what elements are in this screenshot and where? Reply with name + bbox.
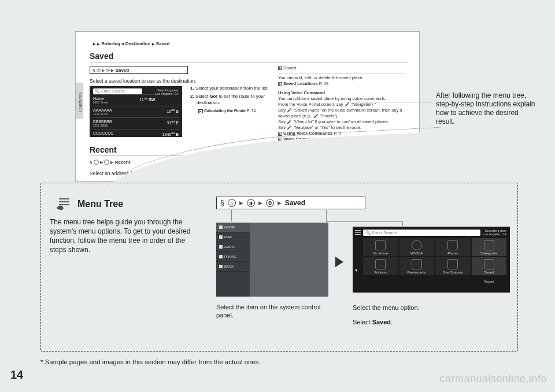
ring-icon: ◎	[106, 68, 110, 73]
chevron-icon: ▶	[110, 160, 113, 164]
step-list: 1. Select your destination from the list…	[190, 85, 276, 116]
pointer-line	[231, 210, 232, 221]
breadcrumb-part: Saved	[156, 41, 170, 46]
list-item: BBBBBBB2222 BBBB 31mi E	[93, 117, 179, 129]
panel-item-phone: PHONE	[216, 252, 250, 262]
panel-item-back: BACK	[216, 262, 250, 272]
menu-tree-title: Menu Tree	[56, 197, 123, 212]
panel-item-audio: AUDIO	[216, 242, 250, 252]
divider	[90, 62, 408, 62]
callout-text: After following the menu tree, step-by-s…	[436, 91, 538, 126]
watermark: carmanualsonline.info	[439, 373, 547, 385]
nav-cell-categories: Categories	[472, 238, 507, 256]
chevron-icon: ▶	[239, 200, 243, 206]
menu-tree-bar-recent: § ▶ ▶ Recent	[90, 160, 130, 165]
chevron-icon: ▶	[97, 42, 100, 46]
menu-tree-bar: § ◎ ▶ ◎ ▶ Saved	[90, 66, 188, 74]
recent-instruction: Select an address from a list of your 50…	[90, 171, 231, 176]
chevron-icon: ▶	[100, 160, 103, 164]
note-icon	[278, 66, 282, 70]
food-icon	[412, 259, 422, 269]
list-item: CCCCCCC 1346mi E	[93, 129, 179, 138]
search-field: 🔍 Enter Search	[363, 230, 480, 236]
arrow-right-icon	[335, 257, 343, 267]
list-item: Home0000 Street 11mi SW	[93, 94, 155, 106]
menu-tree-final: Saved	[285, 199, 305, 207]
callout-leader-line	[346, 102, 432, 102]
mic-icon: 🎤	[345, 102, 350, 106]
link-icon	[278, 82, 282, 86]
panel-item-map: MAP	[216, 232, 250, 242]
panel-item-home: HOME	[216, 223, 250, 232]
nav-cell-recent-hint: Recent	[472, 280, 507, 283]
search-icon: ⦿	[266, 199, 274, 207]
heading-saved: Saved	[90, 51, 113, 61]
nav-cell-honda: HONDA	[399, 238, 435, 256]
breadcrumb-part: Entering a Destination	[101, 41, 150, 46]
ring-icon	[104, 160, 109, 165]
gas-icon	[447, 259, 458, 269]
home-icon: ⌂	[228, 199, 236, 207]
audio-icon	[219, 245, 223, 249]
link-icon	[278, 132, 282, 136]
panel-content-area	[250, 223, 328, 297]
hand-tap-icon	[56, 197, 73, 212]
arrow-down-icon: ▾	[355, 267, 358, 273]
list-item: AAAAAAA1111 AAAA 16mi S	[93, 106, 179, 117]
nav-cell-go-home: Go Home	[363, 238, 398, 256]
home-icon	[375, 240, 386, 250]
back-icon	[219, 265, 223, 268]
link-icon	[198, 109, 203, 113]
mic-icon: 🎤	[287, 125, 292, 130]
voice-icon: §	[220, 199, 224, 207]
menu-tree-body: The menu tree helps guide you through th…	[50, 217, 198, 254]
side-tab-navigation: Navigation	[75, 83, 83, 119]
searching-near: Searching nearLos Angeles, CA	[483, 229, 506, 236]
nav-cell-saved-recent: Saved Recent	[472, 257, 507, 275]
saved-list-screenshot: 🔍 Enter Search Searching near Los Angele…	[90, 86, 182, 137]
breadcrumb: ▶ ▶ Entering a Destination ▶ Saved	[93, 41, 169, 46]
nav-screen-screenshot: ▾ 🔍 Enter Search Searching nearLos Angel…	[353, 227, 510, 293]
nav-cell-places: Places	[435, 238, 471, 256]
chevron-icon: ▶	[102, 68, 105, 72]
tree-final: Recent	[115, 160, 131, 165]
phone-icon	[219, 255, 223, 258]
heading-recent: Recent	[90, 145, 117, 154]
manual-page-excerpt: Navigation ▶ ▶ Entering a Destination ▶ …	[75, 31, 420, 182]
nav-cell-address: Address	[363, 257, 398, 275]
mic-icon: 🎤	[287, 120, 292, 124]
nav-icon: ◑	[247, 199, 255, 207]
chevron-icon: ▶	[152, 42, 155, 46]
tree-final: Saved	[116, 68, 130, 73]
ring-icon: ◎	[97, 68, 101, 73]
chevron-icon: ▶	[278, 200, 282, 206]
categories-icon	[484, 240, 494, 250]
address-icon	[375, 259, 386, 269]
panel-caption: Select the item on the system control pa…	[216, 303, 338, 319]
saved-icon	[484, 259, 494, 269]
chevron-icon: ▶	[93, 42, 96, 46]
hamburger-icon	[355, 230, 361, 235]
chevron-icon: ▶	[258, 200, 262, 206]
divider	[90, 156, 408, 156]
instruction-line: Select a saved location to use as the de…	[90, 78, 196, 84]
chevron-icon: ▶	[111, 68, 114, 72]
mic-icon: 🎤	[287, 108, 292, 112]
voice-icon: §	[90, 160, 92, 165]
mic-icon: 🎤	[313, 114, 319, 118]
pointer-line	[402, 221, 403, 226]
link-icon	[278, 138, 282, 142]
menu-tree-label: Menu Tree	[77, 199, 123, 209]
voice-icon: §	[92, 68, 95, 73]
map-icon	[219, 235, 223, 239]
pin-icon	[447, 240, 458, 250]
nav-cell-gas: Gas Stations	[435, 257, 471, 275]
nav-caption: Select the menu option. Select Saved.	[353, 303, 491, 327]
ring-icon	[94, 160, 99, 165]
pointer-line	[326, 210, 327, 221]
footnote: * Sample pages and images in this sectio…	[40, 358, 261, 365]
control-panel-screenshot: HOME MAP AUDIO PHONE BACK	[216, 223, 328, 297]
search-icon: 🔍	[365, 230, 371, 235]
pointer-line	[326, 221, 402, 222]
search-field: 🔍 Enter Search	[93, 88, 142, 94]
